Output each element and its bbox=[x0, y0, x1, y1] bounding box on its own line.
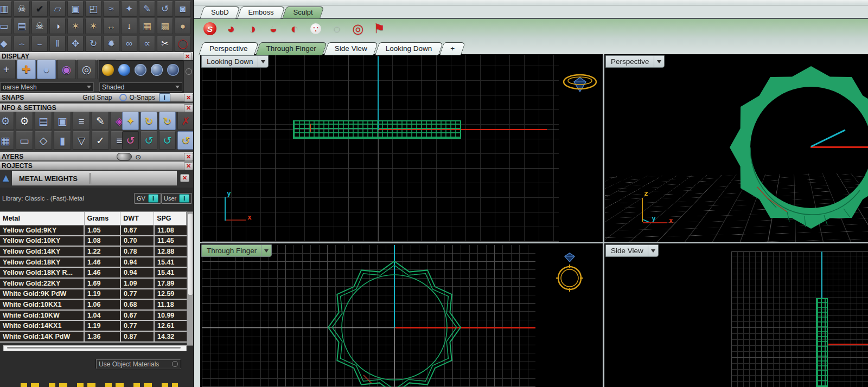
sculpt-brush-carve-icon[interactable]: ◐ bbox=[288, 22, 302, 36]
table-row[interactable]: Yellow Gold:9KY 1.05 0.67 11.08 bbox=[0, 225, 187, 236]
column-header[interactable]: Grams bbox=[85, 212, 121, 225]
blue-material-sphere-icon[interactable] bbox=[117, 62, 132, 78]
curve-flow-icon[interactable]: ≈ bbox=[103, 1, 119, 17]
sculpt-inflate-blob-icon[interactable]: ◌ bbox=[330, 22, 344, 36]
grid-snap-label[interactable]: Grid Snap bbox=[82, 94, 112, 101]
options-wrench-icon[interactable]: ⚙ bbox=[16, 112, 33, 130]
user-toggle[interactable]: I bbox=[179, 194, 189, 203]
table-row[interactable]: Yellow Gold:14KY 1.22 0.78 12.88 bbox=[0, 247, 187, 257]
cleanup-broom-icon[interactable]: ✦ bbox=[122, 112, 139, 130]
shade-mode-dropdown[interactable]: Shaded bbox=[99, 82, 182, 92]
torus-icon[interactable]: ◯ bbox=[175, 36, 191, 51]
history-off-icon[interactable]: ✗ bbox=[177, 112, 194, 130]
sculpt-brush-pull-icon[interactable]: ◕ bbox=[224, 22, 238, 36]
info-settings-close-button[interactable]: ✕ bbox=[184, 104, 193, 112]
sculpt-brush-swirl-icon[interactable]: ◑ bbox=[245, 22, 259, 36]
cage-edit-icon[interactable]: ◰ bbox=[85, 1, 101, 17]
column-header[interactable]: SPG bbox=[154, 212, 186, 225]
monitor-icon[interactable]: ▭ bbox=[16, 131, 33, 150]
projects-close-button[interactable]: ✕ bbox=[184, 162, 193, 170]
radio-empty-icon[interactable] bbox=[186, 68, 192, 75]
orbit-ring-up-icon[interactable]: ↺ bbox=[177, 131, 194, 150]
gears-settings-icon[interactable]: ⚙ bbox=[0, 112, 14, 130]
viewport-side-view[interactable]: Side View bbox=[605, 244, 868, 387]
table-row[interactable]: White Gold:10KW 1.04 0.67 10.99 bbox=[0, 311, 187, 321]
twist-stars-icon[interactable]: ✦ bbox=[121, 1, 137, 17]
tab-subd[interactable]: SubD bbox=[202, 7, 238, 18]
mesh-quality-dropdown[interactable]: oarse Mesh bbox=[0, 82, 94, 92]
purge-skull-icon[interactable]: ☠ bbox=[31, 18, 48, 34]
rotate-corner-icon[interactable]: ↻ bbox=[85, 36, 101, 51]
viewport-dropdown-icon[interactable] bbox=[261, 245, 271, 256]
model-info-icon[interactable]: ▣ bbox=[54, 112, 71, 130]
ring-wireframe-top-view[interactable] bbox=[293, 120, 461, 139]
snaps-close-button[interactable]: ✕ bbox=[184, 94, 193, 102]
table-row[interactable]: White Gold:14K PdW 1.36 0.87 14.32 bbox=[0, 332, 187, 343]
selection-check-icon[interactable]: ✓ bbox=[92, 131, 109, 150]
metal-weights-close-button[interactable]: ✕ bbox=[180, 174, 189, 182]
arc-icon[interactable]: ⌢ bbox=[14, 36, 30, 51]
view-tab-side-view[interactable]: Side View bbox=[326, 42, 376, 55]
array-columns-icon[interactable]: ▥ bbox=[0, 1, 12, 17]
trim-scissors-icon[interactable]: ✂ bbox=[157, 36, 173, 51]
run-figure-icon[interactable]: ✶ bbox=[85, 18, 101, 34]
gold-material-sphere-icon[interactable] bbox=[100, 62, 116, 78]
sculpt-logo-icon[interactable]: S bbox=[203, 22, 217, 36]
viewport-label-side-view[interactable]: Side View bbox=[605, 244, 659, 257]
sculpt-flag-sphere-icon[interactable]: ⚑ bbox=[372, 22, 386, 36]
check-objects-icon[interactable]: ✔ bbox=[31, 1, 48, 17]
orbit-ring-pink-icon[interactable]: ↺ bbox=[122, 131, 139, 150]
scrollbar-thumb[interactable] bbox=[188, 213, 193, 295]
use-object-materials-button[interactable]: Use Object Materials bbox=[95, 359, 181, 369]
metal-weights-header[interactable]: METAL WEIGHTS bbox=[12, 171, 177, 186]
grid-axes-icon[interactable]: + bbox=[0, 60, 16, 79]
gv-toggle[interactable]: I bbox=[148, 194, 158, 203]
table-h-scrollbar[interactable] bbox=[3, 345, 187, 351]
tab-sculpt[interactable]: Sculpt bbox=[284, 7, 322, 18]
table-row[interactable]: Yellow Gold:18KY R... 1.46 0.94 15.41 bbox=[0, 268, 187, 279]
sweep-surface-icon[interactable]: ▱ bbox=[49, 1, 66, 17]
viewport-label-looking-down[interactable]: Looking Down bbox=[201, 55, 269, 68]
viewport-label-through-finger[interactable]: Through Finger bbox=[201, 244, 272, 257]
tab-emboss[interactable]: Emboss bbox=[239, 7, 283, 18]
explode-icon[interactable]: ✹ bbox=[103, 36, 119, 51]
ring-wireframe-side-view[interactable] bbox=[816, 298, 828, 387]
layer-material-icon[interactable] bbox=[117, 153, 132, 160]
grenade-mesh-icon[interactable]: ● bbox=[175, 18, 191, 34]
viewport-label-perspective[interactable]: Perspective bbox=[605, 55, 665, 68]
split-link-icon[interactable]: ∝ bbox=[139, 36, 155, 51]
mesh-grid-icon[interactable]: ▩ bbox=[157, 18, 173, 34]
layer-stack-icon[interactable]: ▤ bbox=[35, 112, 52, 130]
filter-funnel-icon[interactable]: ▽ bbox=[73, 131, 90, 150]
view-tab-through-finger[interactable]: Through Finger bbox=[258, 42, 325, 55]
xray-sphere-icon[interactable] bbox=[165, 62, 181, 78]
notes-edit-icon[interactable]: ✎ bbox=[92, 112, 109, 130]
project-circle-icon[interactable]: ◙ bbox=[175, 1, 191, 17]
column-header[interactable]: DWT bbox=[120, 212, 154, 225]
table-scrollbar[interactable] bbox=[187, 211, 194, 346]
history-play-loop-icon[interactable]: ↻ bbox=[141, 112, 157, 130]
table-row[interactable]: Yellow Gold:18KY 1.46 0.94 15.41 bbox=[0, 257, 187, 268]
viewport-perspective[interactable]: z y x Perspective bbox=[605, 55, 868, 242]
shaded-wire-sphere-icon[interactable] bbox=[149, 62, 164, 78]
display-close-button[interactable]: ✕ bbox=[183, 53, 192, 61]
viewport-layout-icon[interactable]: ▦ bbox=[0, 131, 14, 150]
window-select-icon[interactable]: ▭ bbox=[0, 18, 12, 34]
shaded-sphere-icon[interactable]: ● bbox=[37, 60, 56, 79]
bounding-box-icon[interactable]: ◇ bbox=[35, 131, 52, 150]
table-row[interactable]: White Gold:14KX1 1.19 0.77 12.61 bbox=[0, 321, 187, 332]
flow-surface-icon[interactable]: ▣ bbox=[67, 1, 84, 17]
rebuild-curve-icon[interactable]: ↺ bbox=[157, 1, 173, 17]
sculpt-brush-flatten-icon[interactable]: ◒ bbox=[266, 22, 280, 36]
table-row[interactable]: White Gold:10KX1 1.06 0.68 11.18 bbox=[0, 300, 187, 311]
script-scroll-icon[interactable]: ≡ bbox=[73, 112, 90, 130]
history-record-loop-icon[interactable]: ↻ bbox=[159, 112, 176, 130]
select-bad-objects-icon[interactable]: ☠ bbox=[14, 1, 30, 17]
osnaps-toggle[interactable]: I bbox=[159, 93, 170, 102]
add-view-tab[interactable]: + bbox=[442, 42, 463, 55]
tangent-arc-icon[interactable]: ⌣ bbox=[31, 36, 48, 51]
drop-to-surface-icon[interactable]: ↓ bbox=[121, 18, 137, 34]
crossing-select-icon[interactable]: ▤ bbox=[14, 18, 30, 34]
move-icon[interactable]: ✥ bbox=[67, 36, 84, 51]
column-header[interactable]: Metal bbox=[0, 212, 85, 225]
